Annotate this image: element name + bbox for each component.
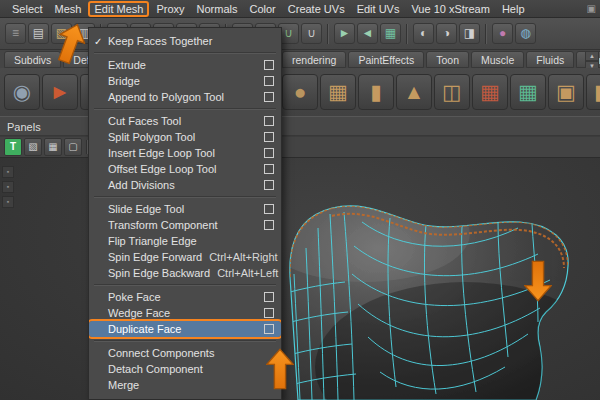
input-connections-icon[interactable]: ► [334, 23, 355, 44]
poly-extrude-icon[interactable]: ▲ [396, 74, 432, 110]
checkmark-icon: ✓ [94, 36, 108, 47]
shelf-tabs-right: renderingPaintEffectsToonMuscleFluidsFur [282, 51, 600, 68]
menu-item-connect-components[interactable]: Connect Components [89, 345, 281, 361]
grip-icon[interactable]: ≡ [5, 23, 26, 44]
option-box-icon[interactable] [264, 92, 274, 102]
snap-surface-magnet-icon[interactable]: ∪ [301, 23, 322, 44]
tab-scroll-up-icon[interactable]: ▲ [585, 51, 599, 61]
ipr-render-icon[interactable]: ◑ [436, 23, 457, 44]
sphere-stack-icon[interactable]: ◉ [4, 74, 40, 110]
text-tool-icon[interactable]: T [4, 138, 22, 156]
mini-panel-icon-3[interactable]: ▪ [2, 196, 14, 208]
option-box-icon[interactable] [264, 164, 274, 174]
menubar-item-color[interactable]: Color [243, 2, 281, 16]
menubar-item-mesh[interactable]: Mesh [49, 2, 88, 16]
open-scene-icon[interactable]: ▧ [51, 23, 72, 44]
new-scene-icon[interactable]: ▤ [28, 23, 49, 44]
menu-item-shortcut: Ctrl+Alt+Right [209, 251, 277, 263]
menubar-corner-icon[interactable]: ▣ [587, 3, 596, 14]
output-connections-icon[interactable]: ◄ [357, 23, 378, 44]
render-icon[interactable]: ◐ [413, 23, 434, 44]
option-box-icon[interactable] [264, 220, 274, 230]
menu-separator [94, 340, 276, 342]
poly-red-icon[interactable]: ▦ [472, 74, 508, 110]
poly-sphere-icon[interactable]: ● [282, 74, 318, 110]
option-box-icon[interactable] [264, 292, 274, 302]
poly-bridge-icon[interactable]: ◫ [434, 74, 470, 110]
shelf-tab-fluids[interactable]: Fluids [526, 51, 574, 68]
mini-panel-icon-2[interactable]: ▪ [2, 181, 14, 193]
option-box-icon[interactable] [264, 76, 274, 86]
toon-icon[interactable]: ◍ [515, 23, 536, 44]
menu-item-label: Merge [108, 379, 139, 391]
menu-item-label: Transform Component [108, 219, 218, 231]
option-box-icon[interactable] [264, 116, 274, 126]
menubar-item-create-uvs[interactable]: Create UVs [282, 2, 351, 16]
poly-separate-icon[interactable]: ◧ [586, 74, 600, 110]
poly-cylinder-icon[interactable]: ▮ [358, 74, 394, 110]
menu-item-duplicate-face[interactable]: Duplicate Face [89, 321, 281, 337]
poly-green-icon[interactable]: ▦ [510, 74, 546, 110]
menu-item-insert-edge-loop-tool[interactable]: Insert Edge Loop Tool [89, 145, 281, 161]
separator [406, 24, 408, 44]
menu-item-extrude[interactable]: Extrude [89, 57, 281, 73]
menu-item-merge[interactable]: Merge [89, 377, 281, 393]
menu-separator [94, 108, 276, 110]
shelf-tab-subdivs[interactable]: Subdivs [4, 51, 61, 68]
menu-item-append-to-polygon-tool[interactable]: Append to Polygon Tool [89, 89, 281, 105]
option-box-icon[interactable] [264, 60, 274, 70]
menu-item-transform-component[interactable]: Transform Component [89, 217, 281, 233]
menu-item-split-polygon-tool[interactable]: Split Polygon Tool [89, 129, 281, 145]
shelf-tab-painteffects[interactable]: PaintEffects [348, 51, 424, 68]
menu-item-shortcut: Ctrl+Alt+Left [217, 267, 278, 279]
shelf-tab-rendering[interactable]: rendering [282, 51, 346, 68]
red-arrow-icon[interactable]: ► [42, 74, 78, 110]
poly-combine-icon[interactable]: ▣ [548, 74, 584, 110]
shelf-tab-muscle[interactable]: Muscle [471, 51, 524, 68]
panels-menu[interactable]: Panels [7, 121, 41, 133]
menu-item-slide-edge-tool[interactable]: Slide Edge Tool [89, 201, 281, 217]
menu-item-add-divisions[interactable]: Add Divisions [89, 177, 281, 193]
viewport-side-strip: ▪▪▪ [2, 166, 14, 211]
menubar-item-edit-mesh[interactable]: Edit Mesh [88, 1, 149, 17]
wire-cube-icon[interactable]: ▧ [24, 138, 42, 156]
menu-item-label: Offset Edge Loop Tool [108, 163, 216, 175]
menu-item-label: Spin Edge Backward [108, 267, 210, 279]
option-box-icon[interactable] [264, 308, 274, 318]
option-box-icon[interactable] [264, 204, 274, 214]
menu-item-keep-faces-together[interactable]: ✓Keep Faces Together [89, 33, 281, 49]
menu-item-wedge-face[interactable]: Wedge Face [89, 305, 281, 321]
menubar-item-help[interactable]: Help [496, 2, 531, 16]
menu-item-bridge[interactable]: Bridge [89, 73, 281, 89]
option-box-icon[interactable] [264, 148, 274, 158]
menubar-item-edit-uvs[interactable]: Edit UVs [351, 2, 406, 16]
menu-item-detach-component[interactable]: Detach Component [89, 361, 281, 377]
textured-cube-icon[interactable]: ▢ [64, 138, 82, 156]
viewport-mesh[interactable] [250, 162, 600, 400]
construction-history-icon[interactable]: ▦ [380, 23, 401, 44]
option-box-icon[interactable] [264, 324, 274, 334]
menu-item-poke-face[interactable]: Poke Face [89, 289, 281, 305]
menubar-item-normals[interactable]: Normals [191, 2, 244, 16]
menu-item-spin-edge-backward[interactable]: Spin Edge BackwardCtrl+Alt+Left [89, 265, 281, 281]
option-box-icon[interactable] [264, 180, 274, 190]
shelf-tab-toon[interactable]: Toon [426, 51, 469, 68]
menubar-item-proxy[interactable]: Proxy [150, 2, 190, 16]
menubar-item-vue-10-xstream[interactable]: Vue 10 xStream [405, 2, 495, 16]
render-settings-icon[interactable]: ◨ [459, 23, 480, 44]
menu-item-label: Spin Edge Forward [108, 251, 202, 263]
menu-item-offset-edge-loop-tool[interactable]: Offset Edge Loop Tool [89, 161, 281, 177]
menubar-item-select[interactable]: Select [6, 2, 49, 16]
menu-item-label: Add Divisions [108, 179, 175, 191]
paint-effects-icon[interactable]: ● [492, 23, 513, 44]
maya-window: SelectMeshEdit MeshProxyNormalsColorCrea… [0, 0, 600, 400]
menu-item-cut-faces-tool[interactable]: Cut Faces Tool [89, 113, 281, 129]
menu-item-flip-triangle-edge[interactable]: Flip Triangle Edge [89, 233, 281, 249]
menu-separator [94, 196, 276, 198]
menu-item-label: Slide Edge Tool [108, 203, 184, 215]
shaded-cube-icon[interactable]: ▦ [44, 138, 62, 156]
mini-panel-icon-1[interactable]: ▪ [2, 166, 14, 178]
poly-cube-icon[interactable]: ▦ [320, 74, 356, 110]
menu-item-spin-edge-forward[interactable]: Spin Edge ForwardCtrl+Alt+Right [89, 249, 281, 265]
option-box-icon[interactable] [264, 132, 274, 142]
